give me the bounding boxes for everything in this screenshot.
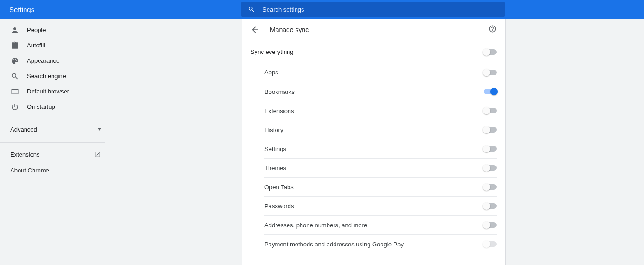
search-placeholder: Search settings: [263, 6, 304, 13]
content-area: Manage sync Sync everything AppsBookmark…: [112, 19, 644, 265]
panel-header: Manage sync: [242, 19, 505, 41]
sync-option-row: Addresses, phone numbers, and more: [264, 215, 497, 234]
sidebar-item-label: People: [27, 26, 46, 33]
sync-option-row: Themes: [264, 158, 497, 177]
sync-option-toggle[interactable]: [484, 146, 497, 152]
arrow-back-icon: [250, 25, 260, 34]
sidebar-item-default-browser[interactable]: Default browser: [0, 84, 112, 99]
sync-option-row: Payment methods and addresses using Goog…: [264, 234, 497, 253]
sidebar-item-label: Default browser: [27, 88, 69, 95]
sidebar-item-label: On startup: [27, 103, 55, 110]
search-input[interactable]: Search settings: [241, 2, 505, 17]
sync-option-row: Passwords: [264, 196, 497, 215]
sidebar-item-appearance[interactable]: Appearance: [0, 53, 112, 68]
sidebar-item-people[interactable]: People: [0, 22, 112, 38]
sidebar-item-label: Search engine: [27, 73, 66, 80]
sync-option-toggle[interactable]: [484, 70, 497, 75]
power-icon: [10, 102, 20, 112]
sync-option-label: Open Tabs: [264, 184, 294, 191]
divider: [0, 142, 105, 143]
sidebar: People Autofill Appearance Search engine…: [0, 19, 112, 265]
sidebar-advanced-toggle[interactable]: Advanced: [0, 120, 112, 139]
sync-option-toggle[interactable]: [484, 184, 497, 190]
sidebar-item-on-startup[interactable]: On startup: [0, 99, 112, 114]
sync-options-list: AppsBookmarksExtensionsHistorySettingsTh…: [242, 63, 505, 253]
sidebar-item-label: Appearance: [27, 57, 59, 64]
app-title: Settings: [9, 6, 241, 13]
back-button[interactable]: [250, 25, 260, 34]
sync-option-row: History: [264, 120, 497, 139]
sync-option-label: Apps: [264, 69, 278, 76]
sidebar-about-link[interactable]: About Chrome: [0, 162, 112, 178]
sync-option-row: Settings: [264, 139, 497, 158]
sync-option-label: History: [264, 126, 283, 133]
about-label: About Chrome: [10, 167, 49, 174]
sync-option-label: Bookmarks: [264, 88, 295, 95]
palette-icon: [10, 56, 20, 66]
sidebar-extensions-link[interactable]: Extensions: [0, 146, 112, 162]
external-link-icon: [94, 151, 101, 158]
sync-option-label: Themes: [264, 165, 286, 172]
sync-everything-row: Sync everything: [242, 41, 505, 63]
sync-option-toggle[interactable]: [484, 127, 497, 132]
sync-option-label: Passwords: [264, 203, 294, 210]
body: People Autofill Appearance Search engine…: [0, 19, 644, 265]
person-icon: [10, 26, 20, 35]
search-icon: [10, 72, 20, 81]
advanced-label: Advanced: [10, 126, 37, 133]
extensions-label: Extensions: [10, 151, 40, 158]
sync-option-toggle[interactable]: [484, 222, 497, 228]
sidebar-item-autofill[interactable]: Autofill: [0, 38, 112, 53]
help-icon: [488, 25, 497, 33]
help-button[interactable]: [488, 25, 497, 34]
sync-option-row: Extensions: [264, 101, 497, 120]
sync-option-toggle[interactable]: [484, 108, 497, 113]
sync-option-label: Settings: [264, 146, 286, 152]
sync-everything-label: Sync everything: [250, 48, 294, 55]
clipboard-icon: [10, 41, 20, 50]
sync-option-toggle: [484, 241, 497, 247]
panel-title: Manage sync: [270, 26, 488, 33]
sync-everything-toggle[interactable]: [484, 49, 497, 55]
search-icon: [248, 6, 255, 13]
chevron-down-icon: [98, 128, 101, 131]
sync-option-label: Payment methods and addresses using Goog…: [264, 241, 404, 248]
sync-option-toggle[interactable]: [484, 203, 497, 209]
sync-option-label: Addresses, phone numbers, and more: [264, 222, 367, 229]
sync-option-toggle[interactable]: [484, 89, 497, 94]
sync-option-row: Open Tabs: [264, 177, 497, 196]
settings-panel: Manage sync Sync everything AppsBookmark…: [242, 19, 506, 265]
browser-icon: [10, 87, 20, 96]
sidebar-item-label: Autofill: [27, 42, 45, 49]
sync-option-toggle[interactable]: [484, 165, 497, 171]
sync-option-row: Apps: [264, 63, 497, 82]
sync-option-row: Bookmarks: [264, 82, 497, 101]
app-header: Settings Search settings: [0, 0, 644, 19]
sync-option-label: Extensions: [264, 107, 294, 114]
sidebar-item-search-engine[interactable]: Search engine: [0, 68, 112, 84]
